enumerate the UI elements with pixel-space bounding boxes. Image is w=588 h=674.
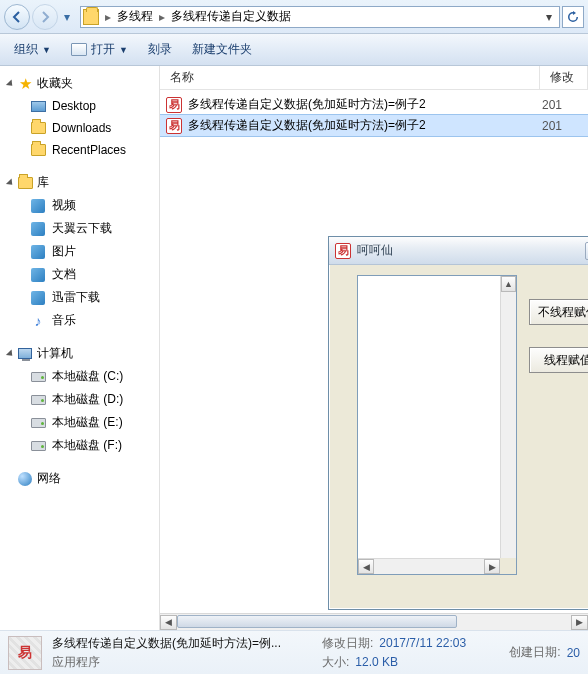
sidebar-item-drive-d[interactable]: 本地磁盘 (D:): [26, 388, 159, 411]
sidebar-item-pictures[interactable]: 图片: [26, 240, 159, 263]
new-folder-button[interactable]: 新建文件夹: [184, 38, 260, 61]
sidebar-item-label: 迅雷下载: [52, 289, 100, 306]
sidebar-item-label: 天翼云下载: [52, 220, 112, 237]
file-date: 201: [542, 119, 582, 133]
exe-icon: 易: [166, 97, 182, 113]
sidebar-item-xunlei[interactable]: 迅雷下载: [26, 286, 159, 309]
sidebar-item-label: RecentPlaces: [52, 143, 126, 157]
nav-history-dropdown[interactable]: ▾: [60, 10, 74, 24]
meta-label: 大小:: [322, 654, 349, 671]
sidebar-item-music[interactable]: ♪音乐: [26, 309, 159, 332]
app-icon: 易: [335, 243, 351, 259]
meta-value: 20: [567, 646, 580, 660]
burn-label: 刻录: [148, 41, 172, 58]
chevron-down-icon: ▼: [42, 45, 51, 55]
sidebar-group-header[interactable]: 计算机: [0, 342, 159, 365]
horizontal-scrollbar[interactable]: ◀ ▶: [358, 558, 500, 574]
nav-back-button[interactable]: [4, 4, 30, 30]
column-label: 修改: [550, 69, 574, 86]
thread-assign-button[interactable]: 线程赋值: [529, 347, 588, 373]
sidebar-item-desktop[interactable]: Desktop: [26, 95, 159, 117]
dialog-body: ▲ ▼ ◀ ▶ 不线程赋值 线程赋值 ➤: [343, 275, 588, 595]
sidebar-item-drive-f[interactable]: 本地磁盘 (F:): [26, 434, 159, 457]
file-row[interactable]: 易 多线程传递自定义数据(免加延时方法)=例子2 201: [160, 115, 588, 136]
refresh-button[interactable]: [562, 6, 584, 28]
library-icon: [17, 175, 33, 191]
column-header-row: 名称 修改: [160, 66, 588, 90]
sidebar-item-drive-c[interactable]: 本地磁盘 (C:): [26, 365, 159, 388]
folder-icon: [83, 9, 99, 25]
details-meta-col: 修改日期:2017/7/11 22:03 大小:12.0 KB: [322, 635, 466, 671]
file-list-pane: 名称 修改 易 多线程传递自定义数据(免加延时方法)=例子2 201 易 多线程…: [160, 66, 588, 630]
burn-button[interactable]: 刻录: [140, 38, 180, 61]
scroll-track[interactable]: [374, 559, 484, 574]
details-created: 创建日期:20: [509, 644, 580, 661]
sidebar-item-label: 音乐: [52, 312, 76, 329]
main-area: ★收藏夹 Desktop Downloads RecentPlaces 库 视频…: [0, 66, 588, 630]
folder-icon: [30, 120, 46, 136]
scroll-up-button[interactable]: ▲: [501, 276, 516, 292]
no-thread-assign-button[interactable]: 不线程赋值: [529, 299, 588, 325]
address-dropdown[interactable]: ▾: [541, 10, 557, 24]
file-type-icon: 易: [8, 636, 42, 670]
button-label: 不线程赋值: [538, 304, 588, 321]
sidebar-item-cloud[interactable]: 天翼云下载: [26, 217, 159, 240]
open-button[interactable]: 打开▼: [63, 38, 136, 61]
details-meta-col: 创建日期:20: [509, 644, 580, 661]
file-row[interactable]: 易 多线程传递自定义数据(免加延时方法)=例子2 201: [160, 94, 588, 115]
meta-value: 2017/7/11 22:03: [379, 636, 466, 650]
vertical-scrollbar[interactable]: ▲ ▼: [500, 276, 516, 574]
favorites-icon: ★: [17, 76, 33, 92]
sidebar-group-favorites: ★收藏夹 Desktop Downloads RecentPlaces: [0, 72, 159, 161]
drive-icon: [30, 415, 46, 431]
sidebar-item-label: 本地磁盘 (D:): [52, 391, 123, 408]
file-name: 多线程传递自定义数据(免加延时方法)=例子2: [188, 117, 536, 134]
scroll-thumb[interactable]: [177, 615, 457, 628]
expand-icon: [6, 79, 15, 88]
sidebar-item-recent[interactable]: RecentPlaces: [26, 139, 159, 161]
music-icon: ♪: [30, 313, 46, 329]
nav-forward-button[interactable]: [32, 4, 58, 30]
download-icon: [30, 290, 46, 306]
drive-icon: [30, 392, 46, 408]
sidebar-group-header[interactable]: 网络: [0, 467, 159, 490]
listbox[interactable]: ▲ ▼ ◀ ▶: [357, 275, 517, 575]
sidebar-item-label: 图片: [52, 243, 76, 260]
video-icon: [30, 198, 46, 214]
scroll-track[interactable]: [501, 292, 516, 558]
scroll-left-button[interactable]: ◀: [160, 615, 177, 630]
sidebar-item-videos[interactable]: 视频: [26, 194, 159, 217]
sidebar-group-computer: 计算机 本地磁盘 (C:) 本地磁盘 (D:) 本地磁盘 (E:) 本地磁盘 (…: [0, 342, 159, 457]
breadcrumb-item[interactable]: 多线程: [113, 8, 157, 25]
column-header-modified[interactable]: 修改: [540, 66, 588, 89]
meta-value: 12.0 KB: [355, 655, 398, 669]
scroll-left-button[interactable]: ◀: [358, 559, 374, 574]
sidebar-item-documents[interactable]: 文档: [26, 263, 159, 286]
command-bar: 组织▼ 打开▼ 刻录 新建文件夹: [0, 34, 588, 66]
organize-button[interactable]: 组织▼: [6, 38, 59, 61]
sidebar-item-label: Desktop: [52, 99, 96, 113]
scroll-right-button[interactable]: ▶: [571, 615, 588, 630]
group-label: 网络: [37, 470, 61, 487]
column-header-name[interactable]: 名称: [160, 66, 540, 89]
scroll-corner: [500, 558, 516, 574]
network-icon: [17, 471, 33, 487]
sidebar-group-header[interactable]: 库: [0, 171, 159, 194]
content-horizontal-scrollbar[interactable]: ◀ ▶: [160, 613, 588, 630]
breadcrumb-item[interactable]: 多线程传递自定义数据: [167, 8, 295, 25]
file-name: 多线程传递自定义数据(免加延时方法)=例子2: [188, 96, 536, 113]
scroll-right-button[interactable]: ▶: [484, 559, 500, 574]
details-modified: 修改日期:2017/7/11 22:03: [322, 635, 466, 652]
dialog-titlebar[interactable]: 易 呵呵仙 ✕: [329, 237, 588, 265]
desktop-icon: [30, 98, 46, 114]
file-list: 易 多线程传递自定义数据(免加延时方法)=例子2 201 易 多线程传递自定义数…: [160, 90, 588, 140]
sidebar-group-header[interactable]: ★收藏夹: [0, 72, 159, 95]
address-bar[interactable]: ▸ 多线程 ▸ 多线程传递自定义数据 ▾: [80, 6, 560, 28]
document-icon: [30, 267, 46, 283]
app-window: 易 呵呵仙 ✕ ▲ ▼ ◀ ▶: [328, 236, 588, 610]
file-date: 201: [542, 98, 582, 112]
drive-icon: [30, 438, 46, 454]
sidebar-item-downloads[interactable]: Downloads: [26, 117, 159, 139]
scroll-track[interactable]: [177, 615, 571, 630]
sidebar-item-drive-e[interactable]: 本地磁盘 (E:): [26, 411, 159, 434]
